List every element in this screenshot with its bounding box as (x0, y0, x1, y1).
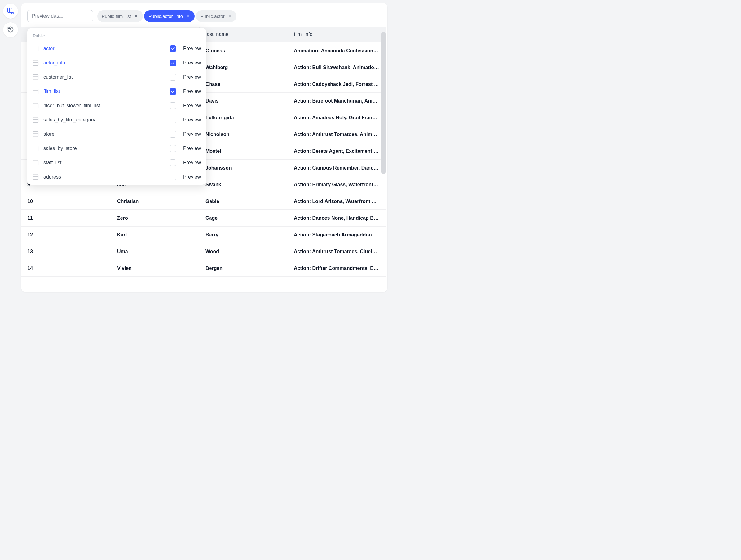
dropdown-item-label: nicer_but_slower_film_list (44, 103, 166, 109)
table-row[interactable]: 14VivienBergenAction: Drifter Commandmen… (21, 260, 386, 277)
history-button[interactable] (3, 22, 18, 37)
dropdown-item[interactable]: sales_by_film_categoryPreview (27, 113, 206, 127)
tab[interactable]: Public.film_list (97, 10, 143, 22)
cell-last-name: Cage (199, 210, 288, 226)
preview-label: Preview (183, 160, 201, 165)
cell-film-info: Action: Campus Remember, Dance... (288, 160, 386, 176)
cell-first-name: Zero (111, 210, 199, 226)
table-icon (31, 59, 40, 67)
table-icon (31, 159, 40, 167)
table-row[interactable]: 10ChristianGableAction: Lord Arizona, Wa… (21, 193, 386, 210)
preview-checkbox[interactable] (170, 102, 176, 109)
history-icon (7, 26, 14, 34)
table-row[interactable]: 11ZeroCageAction: Dances None, Handicap … (21, 210, 386, 226)
top-bar: Public.film_list Public.actor_info Publi… (21, 3, 387, 27)
preview-label: Preview (183, 74, 201, 80)
cell-film-info: Action: Antitrust Tomatoes, Clueles... (288, 243, 386, 260)
cell-last-name: Berry (199, 226, 288, 243)
col-last-name[interactable]: last_name (199, 27, 288, 43)
app-root: Public.film_list Public.actor_info Publi… (0, 0, 391, 295)
cell-film-info: Action: Barefoot Manchurian, Anim... (288, 93, 386, 110)
tab[interactable]: Public.actor (196, 10, 236, 22)
dropdown-list: actorPreviewactor_infoPreviewcustomer_li… (27, 42, 206, 184)
dropdown-item[interactable]: film_listPreview (27, 84, 206, 98)
cell-actor-id: 11 (21, 210, 111, 226)
dropdown-item-label: store (44, 131, 166, 137)
vertical-scrollbar[interactable] (381, 31, 386, 288)
cell-film-info: Action: Bull Shawshank, Animation: ... (288, 59, 386, 76)
cell-actor-id: 14 (21, 260, 111, 277)
close-icon[interactable] (227, 14, 232, 19)
svg-rect-13 (33, 132, 39, 137)
tabs-host: Public.film_list Public.actor_info Publi… (97, 10, 237, 22)
dropdown-item[interactable]: staff_listPreview (27, 155, 206, 170)
preview-checkbox[interactable] (170, 131, 176, 138)
dropdown-item[interactable]: addressPreview (27, 170, 206, 184)
preview-search-input[interactable] (27, 10, 93, 22)
dropdown-item[interactable]: actor_infoPreview (27, 56, 206, 70)
svg-rect-14 (33, 146, 39, 151)
preview-label: Preview (183, 103, 201, 109)
table-export-icon (7, 7, 14, 15)
cell-last-name: Wahlberg (199, 59, 288, 76)
table-icon (31, 130, 40, 138)
dropdown-item-label: film_list (44, 89, 166, 94)
cell-actor-id: 12 (21, 226, 111, 243)
cell-film-info: Animation: Anaconda Confessions, ... (288, 43, 386, 59)
preview-checkbox[interactable] (170, 88, 176, 95)
dropdown-item[interactable]: sales_by_storePreview (27, 141, 206, 155)
close-icon[interactable] (134, 14, 139, 19)
preview-checkbox[interactable] (170, 117, 176, 123)
preview-label: Preview (183, 174, 201, 180)
cell-actor-id: 13 (21, 243, 111, 260)
preview-checkbox[interactable] (170, 173, 176, 181)
vertical-scrollbar-thumb[interactable] (381, 31, 386, 174)
col-film-info[interactable]: film_info (288, 27, 386, 43)
table-icon (31, 116, 40, 124)
cell-last-name: Chase (199, 76, 288, 93)
dropdown-item-label: sales_by_store (44, 146, 166, 151)
cell-film-info: Action: Caddyshack Jedi, Forrest S... (288, 76, 386, 93)
preview-checkbox[interactable] (170, 74, 176, 81)
table-row[interactable]: 12KarlBerryAction: Stagecoach Armageddon… (21, 226, 386, 243)
table-icon (31, 87, 40, 95)
main-panel: Public.film_list Public.actor_info Publi… (21, 3, 387, 292)
svg-rect-16 (33, 174, 39, 180)
cell-last-name: Swank (199, 176, 288, 193)
svg-rect-11 (33, 103, 39, 109)
preview-label: Preview (183, 117, 201, 123)
cell-last-name: Davis (199, 93, 288, 110)
cell-last-name: Lollobrigida (199, 110, 288, 126)
close-icon[interactable] (185, 14, 190, 19)
cell-actor-id: 10 (21, 193, 111, 210)
tab[interactable]: Public.actor_info (144, 10, 195, 22)
cell-first-name: Uma (111, 243, 199, 260)
cell-last-name: Guiness (199, 43, 288, 59)
preview-label: Preview (183, 46, 201, 52)
cell-last-name: Mostel (199, 143, 288, 160)
preview-checkbox[interactable] (170, 159, 176, 166)
svg-rect-15 (33, 160, 39, 165)
table-row[interactable]: 13UmaWoodAction: Antitrust Tomatoes, Clu… (21, 243, 386, 260)
svg-rect-7 (33, 46, 39, 52)
table-export-button[interactable] (3, 4, 18, 19)
preview-checkbox[interactable] (170, 45, 176, 52)
side-rail (0, 0, 21, 295)
dropdown-item[interactable]: storePreview (27, 127, 206, 141)
dropdown-item-label: address (44, 174, 166, 180)
dropdown-section-label: Public (27, 31, 206, 42)
svg-rect-12 (33, 118, 39, 123)
dropdown-item[interactable]: customer_listPreview (27, 70, 206, 84)
svg-rect-8 (33, 60, 39, 66)
dropdown-item[interactable]: actorPreview (27, 42, 206, 56)
preview-checkbox[interactable] (170, 60, 176, 66)
dropdown-item[interactable]: nicer_but_slower_film_listPreview (27, 98, 206, 113)
cell-film-info: Action: Primary Glass, Waterfront D... (288, 176, 386, 193)
cell-first-name: Vivien (111, 260, 199, 277)
cell-last-name: Nicholson (199, 126, 288, 143)
dropdown-item-label: actor (44, 46, 166, 52)
dropdown-item-label: customer_list (44, 74, 166, 80)
preview-checkbox[interactable] (170, 145, 176, 152)
cell-film-info: Action: Lord Arizona, Waterfront D... (288, 193, 386, 210)
tab-label: Public.actor_info (148, 14, 183, 19)
